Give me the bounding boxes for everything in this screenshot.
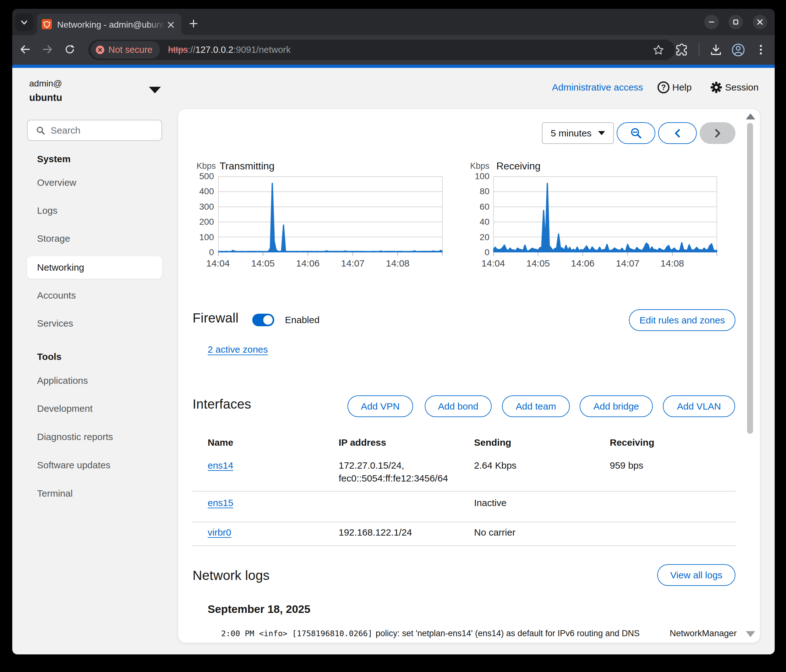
select-caret-icon [598, 131, 605, 135]
browser-menu-button[interactable] [754, 42, 768, 57]
y-axis-label: 40 [453, 217, 489, 227]
add-vlan-button[interactable]: Add VLAN [663, 395, 735, 417]
tab-close-button[interactable] [165, 19, 176, 30]
time-range-select[interactable]: 5 minutes [542, 122, 614, 144]
sidebar-item-networking[interactable]: Networking [27, 256, 162, 279]
user-menu-caret-icon[interactable] [149, 87, 161, 93]
column-header-ip: IP address [339, 437, 386, 448]
time-range-value: 5 minutes [551, 128, 591, 138]
new-tab-button[interactable] [186, 16, 201, 31]
url-scheme: https [168, 45, 188, 55]
sidebar-item-accounts[interactable]: Accounts [27, 284, 162, 307]
add-team-button[interactable]: Add team [502, 395, 570, 417]
url-separator: :// [188, 45, 195, 55]
next-range-button[interactable] [700, 122, 736, 144]
browser-window: Networking - admin@ubuntu [12, 9, 775, 655]
x-axis-label: 14:04 [471, 258, 515, 269]
window-maximize-button[interactable] [728, 15, 743, 29]
security-chip[interactable]: Not secure [91, 41, 160, 58]
kebab-menu-icon [754, 43, 768, 57]
sidebar-search-input[interactable]: Search [27, 120, 162, 141]
add-bond-button[interactable]: Add bond [425, 395, 492, 417]
profile-avatar-button[interactable] [731, 43, 745, 57]
table-row-link[interactable]: ens15 [208, 497, 233, 508]
browser-tab[interactable]: Networking - admin@ubuntu [37, 14, 181, 35]
chart-unit-label: Kbps [453, 161, 489, 171]
reload-button[interactable] [64, 44, 75, 55]
arrow-left-icon [19, 44, 31, 55]
scrollbar-down-arrow[interactable] [746, 631, 755, 637]
window-minimize-button[interactable] [704, 15, 719, 29]
session-menu[interactable]: Session [725, 82, 759, 93]
extensions-button[interactable] [674, 42, 689, 57]
log-level: <info> [259, 629, 287, 638]
sidebar-item-development[interactable]: Development [27, 397, 162, 420]
x-axis-label: 14:07 [606, 258, 650, 269]
sidebar-item-logs[interactable]: Logs [27, 199, 162, 222]
firewall-toggle[interactable] [252, 314, 274, 326]
tab-search-button[interactable] [15, 13, 33, 31]
ubuntu-favicon [42, 19, 52, 29]
previous-range-button[interactable] [658, 122, 697, 144]
chevron-down-icon [20, 18, 28, 27]
chart-unit-label: Kbps [178, 161, 216, 171]
interface-sending: Inactive [474, 497, 506, 508]
minimize-icon [708, 19, 715, 25]
toggle-knob [263, 315, 273, 325]
y-axis-label: 400 [178, 186, 214, 197]
sidebar-item-software-updates[interactable]: Software updates [27, 454, 162, 477]
active-zones-link[interactable]: 2 active zones [208, 344, 268, 355]
close-icon [756, 18, 764, 26]
url-rest: :9091/network [233, 45, 291, 55]
y-axis-label: 20 [453, 232, 489, 242]
downloads-button[interactable] [709, 43, 723, 57]
x-axis-label: 14:04 [196, 258, 240, 269]
scrollbar-thumb[interactable] [747, 123, 753, 434]
page-accent-bar [12, 65, 775, 68]
table-row-link[interactable]: virbr0 [208, 527, 231, 538]
search-icon [36, 126, 45, 135]
interface-sending: No carrier [474, 527, 516, 538]
window-close-button[interactable] [753, 15, 767, 29]
scrollbar-up-arrow[interactable] [746, 113, 755, 120]
maximize-icon [732, 19, 739, 25]
main-content-card: 5 minutes Kbps [178, 109, 760, 643]
toolbar-separator [699, 43, 699, 56]
back-button[interactable] [19, 44, 31, 55]
cockpit-page: admin@ ubuntu Administrative access ? He… [12, 68, 775, 655]
transmitting-chart [218, 176, 443, 257]
gear-icon[interactable] [709, 80, 723, 94]
y-axis-label: 80 [453, 186, 489, 197]
help-menu[interactable]: Help [672, 82, 692, 93]
forward-button[interactable] [42, 44, 53, 55]
sidebar-item-diagnostic-reports[interactable]: Diagnostic reports [27, 426, 162, 448]
edit-rules-zones-button[interactable]: Edit rules and zones [629, 309, 736, 331]
add-bridge-button[interactable]: Add bridge [580, 395, 653, 417]
user-menu-line1: admin@ [29, 78, 62, 89]
row-divider [193, 522, 736, 522]
address-bar[interactable]: Not secure https://127.0.0.2:9091/networ… [88, 39, 675, 60]
sidebar-item-terminal[interactable]: Terminal [27, 482, 162, 505]
bookmark-star-button[interactable] [652, 44, 665, 56]
administrative-access-link[interactable]: Administrative access [552, 82, 643, 93]
chart-title: Transmitting [220, 160, 275, 172]
log-time: 2:00 PM [221, 629, 254, 638]
log-source: NetworkManager [670, 628, 737, 639]
view-all-logs-button[interactable]: View all logs [657, 564, 736, 586]
help-icon[interactable]: ? [657, 82, 670, 93]
chevron-left-icon [673, 128, 682, 138]
table-row-link[interactable]: ens14 [208, 460, 233, 471]
column-header-name: Name [208, 437, 233, 448]
log-entry[interactable]: 2:00 PM <info> [1758196810.0266]policy: … [221, 628, 737, 639]
tab-flare [181, 30, 186, 35]
sidebar-item-applications[interactable]: Applications [27, 369, 162, 392]
sidebar-group-tools: Tools [37, 351, 156, 363]
x-axis-label: 14:06 [286, 258, 330, 269]
y-axis-label: 500 [178, 171, 214, 181]
security-chip-label: Not secure [108, 45, 152, 55]
sidebar-item-services[interactable]: Services [27, 312, 162, 335]
sidebar-item-storage[interactable]: Storage [27, 227, 162, 250]
sidebar-item-overview[interactable]: Overview [27, 171, 162, 194]
add-vpn-button[interactable]: Add VPN [347, 395, 413, 417]
zoom-out-button[interactable] [617, 122, 655, 144]
